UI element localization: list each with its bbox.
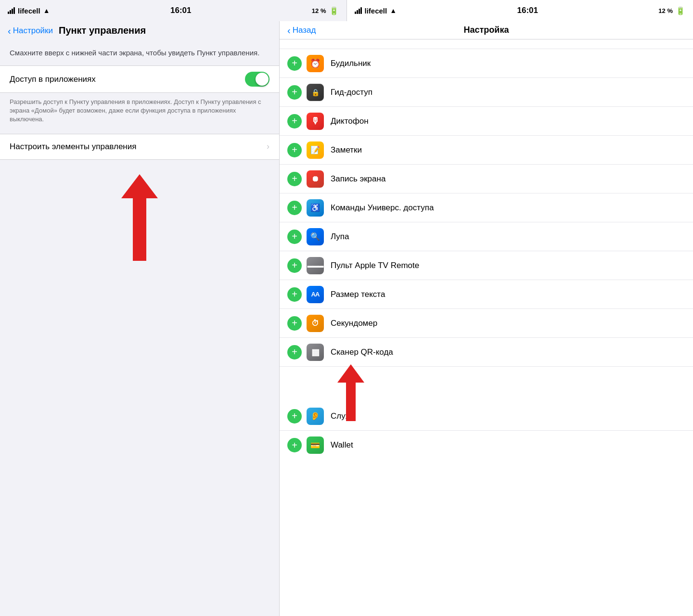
right-list[interactable]: + ⏰ Будильник + 🔒 Гид-доступ + 🎙 Диктофо… (280, 49, 693, 616)
arrow-right-panel (280, 364, 693, 421)
list-item-magnifier: + 🔍 Лупа (280, 222, 693, 251)
partial-top-item (280, 39, 693, 49)
plus-icon-screen-record: + (292, 174, 297, 183)
add-button-notes[interactable]: + (287, 143, 302, 157)
add-button-screen-record[interactable]: + (287, 172, 302, 186)
status-bar-left: lifecell ▲ 16:01 12 % 🔋 (0, 0, 346, 21)
app-icon-notes: 📝 (307, 141, 324, 159)
back-chevron-left: ‹ (8, 26, 11, 36)
app-icon-stopwatch: ⏱ (307, 315, 324, 332)
plus-icon-wallet: + (292, 440, 297, 450)
plus-icon-text-size: + (292, 289, 297, 299)
plus-icon-accessibility: + (292, 203, 297, 212)
status-bar-right: lifecell ▲ 16:01 12 % 🔋 (346, 0, 693, 21)
battery-icon-left: 🔋 (329, 6, 339, 15)
app-icon-accessibility: ♿ (307, 199, 324, 217)
right-nav-title: Настройка (464, 25, 509, 35)
right-nav-bar: ‹ Назад Настройка (280, 21, 693, 39)
add-button-stopwatch[interactable]: + (287, 316, 302, 331)
wifi-icon-left: ▲ (43, 7, 50, 14)
add-button-magnifier[interactable]: + (287, 230, 302, 244)
plus-icon-apple-tv-remote: + (292, 260, 297, 270)
item-label-notes: Заметки (331, 145, 685, 155)
toggle-section: Доступ в приложениях (0, 65, 279, 93)
app-icon-qr-scanner: ▦ (307, 344, 324, 361)
toggle-row: Доступ в приложениях (0, 66, 279, 92)
list-item-text-size: + AA Размер текста (280, 280, 693, 309)
list-item-accessibility: + ♿ Команды Универс. доступа (280, 193, 693, 222)
left-nav-bar: ‹ Настройки Пункт управления (0, 21, 279, 40)
add-button-qr-scanner[interactable]: + (287, 345, 302, 359)
customize-label: Настроить элементы управления (10, 142, 136, 152)
add-button-apple-tv-remote[interactable]: + (287, 258, 302, 273)
status-bar: lifecell ▲ 16:01 12 % 🔋 lifecell ▲ 16:01… (0, 0, 693, 21)
back-button-left[interactable]: ‹ Настройки (8, 26, 53, 36)
app-icon-voice-memo: 🎙 (307, 113, 324, 130)
app-icon-magnifier: 🔍 (307, 228, 324, 245)
chevron-right-icon: › (267, 141, 270, 152)
left-nav-title: Пункт управления (59, 25, 146, 36)
list-item-alarm: + ⏰ Будильник (280, 49, 693, 78)
battery-pct-left: 12 % (312, 7, 326, 14)
arrow-body-right (346, 383, 356, 421)
app-icon-wallet: 💳 (307, 436, 324, 454)
status-right-left: 12 % 🔋 (312, 6, 339, 15)
item-label-text-size: Размер текста (331, 290, 685, 299)
list-item-stopwatch: + ⏱ Секундомер (280, 309, 693, 338)
signal-icon-right (355, 7, 362, 14)
toggle-switch[interactable] (245, 72, 270, 87)
item-label-alarm: Будильник (331, 59, 685, 68)
item-label-wallet: Wallet (331, 440, 685, 450)
item-label-guided-access: Гид-доступ (331, 88, 685, 97)
toggle-label: Доступ в приложениях (10, 75, 96, 84)
app-icon-screen-record: ⏺ (307, 170, 324, 188)
app-icon-guided-access: 🔒 (307, 84, 324, 101)
wifi-icon-right: ▲ (390, 7, 397, 14)
item-label-qr-scanner: Сканер QR-кода (331, 347, 685, 357)
back-button-right[interactable]: ‹ Назад (287, 26, 316, 35)
customize-row[interactable]: Настроить элементы управления › (0, 134, 279, 159)
add-button-wallet[interactable]: + (287, 438, 302, 452)
add-button-accessibility[interactable]: + (287, 201, 302, 215)
left-panel: ‹ Настройки Пункт управления Смахните вв… (0, 21, 279, 616)
arrow-body-left (133, 198, 146, 261)
plus-icon-notes: + (292, 145, 297, 154)
list-item-apple-tv-remote: + ▬▬▬ Пульт Apple TV Remote (280, 251, 693, 280)
plus-icon-qr-scanner: + (292, 347, 297, 357)
item-label-screen-record: Запись экрана (331, 174, 685, 184)
toggle-knob (256, 73, 269, 86)
item-label-magnifier: Лупа (331, 232, 685, 242)
add-button-text-size[interactable]: + (287, 287, 302, 302)
battery-icon-right: 🔋 (676, 6, 685, 15)
back-label-right: Назад (293, 26, 316, 35)
toggle-description: Разрешить доступ к Пункту управления в п… (0, 93, 279, 134)
arrow-head-left (121, 174, 158, 198)
right-panel: ‹ Назад Настройка + ⏰ Будильник + 🔒 Гид- (279, 21, 693, 616)
list-item-notes: + 📝 Заметки (280, 136, 693, 165)
app-icon-text-size: AA (307, 286, 324, 303)
arrow-container-left (0, 160, 279, 616)
add-button-voice-memo[interactable]: + (287, 114, 302, 128)
list-item-voice-memo: + 🎙 Диктофон (280, 107, 693, 136)
list-item-guided-access: + 🔒 Гид-доступ (280, 78, 693, 107)
arrow-up-icon (121, 174, 158, 261)
item-label-apple-tv-remote: Пульт Apple TV Remote (331, 261, 685, 270)
arrow-up-right (337, 364, 364, 421)
app-icon-apple-tv-remote: ▬▬▬ (307, 257, 324, 274)
signal-icon (8, 7, 15, 14)
back-label-left: Настройки (13, 26, 53, 36)
plus-icon-stopwatch: + (292, 318, 297, 328)
item-label-stopwatch: Секундомер (331, 319, 685, 328)
add-button-guided-access[interactable]: + (287, 85, 302, 100)
main-content: ‹ Настройки Пункт управления Смахните вв… (0, 21, 693, 616)
time-left: 16:01 (170, 6, 191, 15)
customize-section: Настроить элементы управления › (0, 134, 279, 160)
plus-icon-guided-access: + (292, 87, 297, 97)
back-chevron-right: ‹ (287, 26, 291, 35)
status-right-right: 12 % 🔋 (658, 6, 685, 15)
plus-icon-voice-memo: + (292, 116, 297, 126)
status-left-info-right: lifecell ▲ (355, 7, 397, 15)
list-item-screen-record: + ⏺ Запись экрана (280, 165, 693, 193)
carrier-left: lifecell (18, 7, 40, 15)
add-button-alarm[interactable]: + (287, 56, 302, 71)
